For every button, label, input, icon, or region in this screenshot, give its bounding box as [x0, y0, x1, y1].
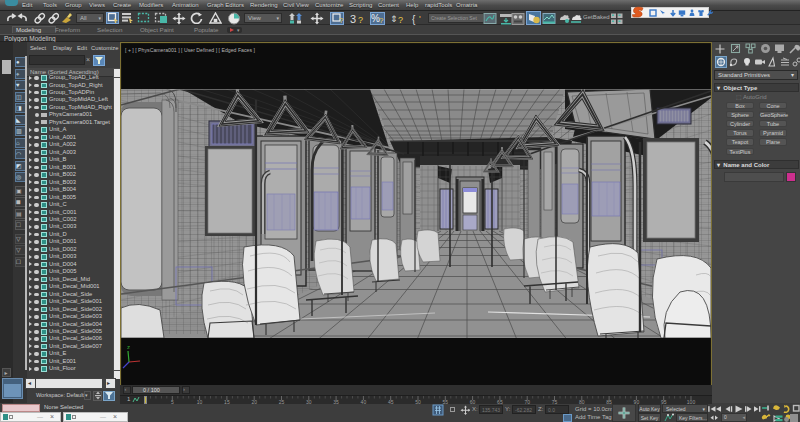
- svg-text:?: ?: [398, 15, 403, 25]
- svg-text:15: 15: [224, 399, 230, 405]
- svg-text:z: z: [127, 344, 130, 350]
- svg-text:⇕: ⇕: [390, 14, 398, 24]
- svg-text:3: 3: [350, 13, 356, 25]
- svg-text:60: 60: [470, 399, 476, 405]
- svg-text:45: 45: [388, 399, 394, 405]
- svg-text:20: 20: [251, 399, 257, 405]
- svg-text:50: 50: [415, 399, 421, 405]
- svg-text:[ + ] [ PhysCamera001 ] [ User: [ + ] [ PhysCamera001 ] [ User Defined ]…: [125, 47, 255, 53]
- svg-text:40: 40: [361, 399, 367, 405]
- svg-text:{: {: [412, 14, 416, 25]
- svg-text:80: 80: [579, 399, 585, 405]
- svg-text:10: 10: [197, 399, 203, 405]
- svg-text:30: 30: [306, 399, 312, 405]
- svg-text:?: ?: [379, 16, 384, 24]
- svg-text:': ': [419, 14, 421, 24]
- svg-text:25: 25: [279, 399, 285, 405]
- svg-text:?: ?: [358, 15, 363, 25]
- svg-text:5: 5: [171, 399, 174, 405]
- svg-text:35: 35: [333, 399, 339, 405]
- svg-text:?: ?: [339, 16, 344, 24]
